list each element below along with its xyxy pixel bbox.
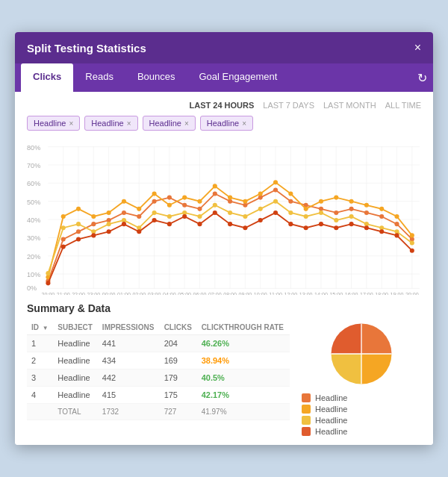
svg-text:16:00: 16:00 <box>345 292 358 295</box>
svg-point-130 <box>243 225 247 230</box>
svg-point-116 <box>410 240 414 245</box>
summary-title: Summary & Data <box>27 302 421 314</box>
cell-subject: Headline <box>53 352 98 370</box>
legend-item-4: Headline <box>302 427 421 436</box>
col-header-rate[interactable]: CLICKTHROUGH RATE <box>197 320 290 335</box>
svg-point-139 <box>379 229 384 234</box>
svg-point-109 <box>304 214 308 219</box>
svg-point-121 <box>107 229 111 234</box>
legend-color-2 <box>302 405 311 414</box>
svg-text:70%: 70% <box>27 162 40 169</box>
svg-point-72 <box>122 199 126 204</box>
svg-point-81 <box>258 191 263 196</box>
cell-clicks: 169 <box>160 352 197 370</box>
svg-point-123 <box>137 229 141 234</box>
svg-point-91 <box>410 233 414 237</box>
cell-impressions: 442 <box>98 370 160 387</box>
svg-text:11:00: 11:00 <box>269 292 282 295</box>
svg-point-111 <box>334 218 338 222</box>
filter-tag-3[interactable]: Headline × <box>143 116 196 131</box>
tab-bounces[interactable]: Bounces <box>125 63 187 92</box>
svg-text:80%: 80% <box>27 144 40 152</box>
svg-point-90 <box>394 214 399 219</box>
legend-label-1: Headline <box>315 393 347 402</box>
legend-label-2: Headline <box>315 405 347 414</box>
tabs-bar: Clicks Reads Bounces Goal Engagement ↻ <box>15 63 433 92</box>
svg-point-77 <box>197 199 202 204</box>
filter-all-time[interactable]: ALL TIME <box>385 101 421 110</box>
svg-point-93 <box>61 225 66 230</box>
svg-point-85 <box>319 199 323 204</box>
svg-point-47 <box>122 211 126 215</box>
svg-point-76 <box>182 196 187 200</box>
tab-clicks[interactable]: Clicks <box>21 63 73 92</box>
svg-text:50%: 50% <box>27 199 40 206</box>
svg-point-131 <box>258 218 263 222</box>
pie-area: Headline Headline Headline Headline <box>302 320 421 436</box>
refresh-button[interactable]: ↻ <box>417 71 427 85</box>
cell-clicks: 204 <box>160 335 197 352</box>
filter-last-24-hours[interactable]: LAST 24 HOURS <box>190 101 255 110</box>
table-row: 4 Headline 415 175 42.17% <box>27 387 290 404</box>
svg-point-57 <box>273 187 278 192</box>
svg-text:23:00: 23:00 <box>87 292 100 295</box>
svg-text:05:00: 05:00 <box>178 292 191 295</box>
svg-point-89 <box>379 207 384 211</box>
svg-text:02:00: 02:00 <box>132 292 146 295</box>
filter-tag-2[interactable]: Headline × <box>84 116 137 131</box>
filter-tag-4[interactable]: Headline × <box>200 116 253 131</box>
filter-last-7-days[interactable]: LAST 7 DAYS <box>263 101 314 110</box>
modal-header: Split Testing Statistics × <box>15 32 433 63</box>
legend-color-4 <box>302 427 311 436</box>
svg-point-73 <box>137 207 141 211</box>
svg-point-127 <box>197 222 202 226</box>
col-header-id[interactable]: ID ▼ <box>27 320 53 335</box>
table-area: ID ▼ SUBJECT IMPRESSIONS CLICKS CLICKTHR… <box>27 320 290 436</box>
svg-point-94 <box>76 222 81 226</box>
cell-rate: 42.17% <box>197 387 290 404</box>
filter-last-month[interactable]: LAST MONTH <box>323 101 376 110</box>
svg-text:17:00: 17:00 <box>360 292 373 295</box>
svg-point-108 <box>288 211 293 215</box>
legend-item-2: Headline <box>302 405 421 414</box>
data-table: ID ▼ SUBJECT IMPRESSIONS CLICKS CLICKTHR… <box>27 320 290 420</box>
svg-point-64 <box>379 214 384 219</box>
close-button[interactable]: × <box>414 41 421 54</box>
svg-text:18:00: 18:00 <box>375 292 388 295</box>
table-row: 2 Headline 434 169 38.94% <box>27 352 290 370</box>
tab-goal-engagement[interactable]: Goal Engagement <box>187 63 289 92</box>
svg-text:30%: 30% <box>27 234 40 242</box>
svg-point-69 <box>76 207 81 211</box>
svg-point-103 <box>213 203 217 208</box>
cell-rate: 46.26% <box>197 335 290 352</box>
svg-point-74 <box>152 191 157 196</box>
svg-point-102 <box>197 214 202 219</box>
svg-point-86 <box>334 196 338 200</box>
svg-point-117 <box>46 281 50 285</box>
tab-reads[interactable]: Reads <box>73 63 125 92</box>
svg-text:15:00: 15:00 <box>329 292 343 295</box>
total-text: TOTAL <box>53 404 98 420</box>
svg-point-133 <box>288 222 293 226</box>
svg-point-124 <box>152 218 157 222</box>
time-filters: LAST 24 HOURS LAST 7 DAYS LAST MONTH ALL… <box>27 101 421 110</box>
col-header-impressions[interactable]: IMPRESSIONS <box>98 320 160 335</box>
filter-tags: Headline × Headline × Headline × Headlin… <box>27 116 421 131</box>
sort-icon-id: ▼ <box>43 325 49 331</box>
col-header-clicks[interactable]: CLICKS <box>160 320 197 335</box>
legend-label-4: Headline <box>315 427 347 436</box>
svg-point-82 <box>273 180 278 184</box>
svg-text:06:00: 06:00 <box>193 292 207 295</box>
svg-point-83 <box>288 191 293 196</box>
svg-point-80 <box>243 199 247 204</box>
line-chart: 80% 70% 60% 50% 40% 30% 20% 10% 0% <box>27 138 421 295</box>
svg-text:10:00: 10:00 <box>254 292 267 295</box>
svg-point-112 <box>349 214 354 219</box>
svg-text:20:00: 20:00 <box>42 292 55 295</box>
filter-tag-1[interactable]: Headline × <box>27 116 80 131</box>
svg-point-53 <box>213 191 217 196</box>
svg-text:20%: 20% <box>27 253 40 261</box>
svg-point-128 <box>213 211 217 215</box>
svg-text:20:00: 20:00 <box>405 292 419 295</box>
col-header-subject[interactable]: SUBJECT <box>53 320 98 335</box>
